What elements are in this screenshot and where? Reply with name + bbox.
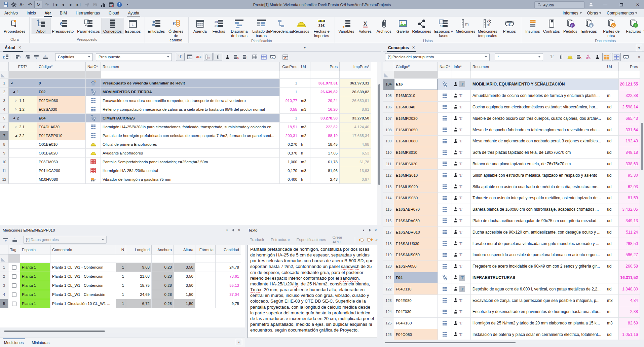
cell-info[interactable]: T	[452, 249, 471, 261]
cell-info[interactable]: T	[452, 329, 471, 340]
panel-menu-icon[interactable]: ▼	[636, 45, 642, 51]
cell-resumen[interactable]: Pantalla Semiprefabricada panel sandwich…	[101, 158, 280, 166]
cell[interactable]: 6,53	[340, 149, 371, 158]
cell-ud[interactable]: m	[605, 90, 619, 102]
cell-cantidad[interactable]: 55,13	[216, 281, 241, 290]
cell-ud[interactable]: m3	[605, 295, 619, 306]
toolbar-overflow-icon[interactable]: »	[375, 237, 380, 242]
cell-natc[interactable]	[438, 136, 452, 147]
tree-expanded-icon[interactable]: ◢	[13, 116, 17, 119]
cell-natc[interactable]	[438, 79, 452, 90]
cell-ud[interactable]: ud	[605, 193, 619, 204]
text-tool-especificaciones[interactable]: Especificaciones	[294, 237, 329, 242]
ribbon-button-variables[interactable]: Variables	[337, 18, 356, 34]
cell-natc[interactable]	[86, 158, 101, 166]
cell-info[interactable]: T	[452, 238, 471, 249]
menu-tab-inicio[interactable]: Inicio	[22, 9, 40, 17]
cell-resumen[interactable]: Pantalla de hormigón prefabricada con ce…	[101, 131, 280, 140]
cell-formula[interactable]	[195, 299, 216, 308]
text-tool-estructurar[interactable]: Estructurar	[268, 237, 293, 242]
cell-resumen[interactable]: Cocina equipada con electrodomésticos es…	[471, 102, 605, 113]
panel-dropdown-icon[interactable]: ▾	[224, 228, 230, 233]
delete-lines-button[interactable]: x	[575, 53, 583, 61]
cell-info[interactable]: T	[452, 136, 471, 147]
prices-calc-button[interactable]: €	[622, 53, 630, 61]
cell-edt[interactable]	[9, 166, 37, 175]
cell[interactable]: 1	[280, 114, 299, 123]
concepts-horizontal-scrollbar[interactable]	[383, 341, 640, 344]
cell-codigo[interactable]: F04D110	[394, 283, 438, 295]
cell-edt[interactable]: ▷2.1	[9, 123, 37, 131]
column-header-Anchura[interactable]: Anchura	[152, 245, 174, 254]
ribbon-button-facturas[interactable]: FFacturas	[624, 18, 643, 34]
pin-icon[interactable]	[367, 228, 373, 233]
column-header-Altura[interactable]: Altura	[174, 245, 195, 254]
report-icon[interactable]	[108, 1, 115, 8]
ribbon-button-entidades[interactable]: Entidades	[147, 18, 166, 34]
cell[interactable]: m3	[299, 123, 310, 131]
cell-natc[interactable]	[438, 193, 452, 204]
row-number[interactable]: 3	[0, 96, 9, 105]
text-editor[interactable]: Pantalla prefabricada de hormigón, const…	[248, 245, 377, 338]
cell-resumen[interactable]: MOVIMIENTOS DE TIERRA	[101, 88, 280, 96]
cell[interactable]: m2	[299, 131, 310, 140]
cell-cantidad[interactable]: 37,04	[216, 290, 241, 299]
cell-ud[interactable]: ud	[605, 124, 619, 136]
cell-codigo[interactable]: M10HV080	[37, 175, 86, 184]
close-tab-icon[interactable]: ✕	[412, 45, 415, 50]
tag-checkbox[interactable]	[12, 302, 16, 306]
cell-comentario[interactable]: Planta 1 CL_W1 - Contención	[50, 272, 116, 281]
cell-edt[interactable]: ◢2	[9, 114, 37, 123]
column-header-Comentario[interactable]: Comentario	[50, 245, 116, 254]
cell[interactable]: 13,93	[340, 166, 371, 175]
row-number[interactable]: 116	[383, 215, 394, 227]
cell[interactable]: 0,170	[280, 166, 299, 175]
ribbon-button-entregas[interactable]: EEntregas	[580, 18, 599, 34]
cell-resumen[interactable]: Fregadero de acero inoxidable de 90x49 c…	[471, 261, 605, 272]
column-header-Códigoᴷ[interactable]: Códigoᴷ	[37, 62, 86, 71]
cell-pres[interactable]: 322,38	[619, 90, 640, 102]
ribbon-button-recursos[interactable]: Recursos	[292, 18, 311, 34]
restore-button[interactable]	[617, 0, 626, 9]
cell-resumen[interactable]: Oficial de primera Encofradores	[101, 140, 280, 149]
cell-natc[interactable]	[86, 79, 101, 88]
select-all-corner[interactable]	[0, 71, 9, 79]
prices-list-icon[interactable]: €	[2, 53, 10, 61]
row-number[interactable]: 111	[383, 159, 394, 170]
cell-pres[interactable]: 82,69	[619, 318, 640, 329]
cell-cantidad[interactable]: 73,61	[216, 272, 241, 281]
ribbon-button-árbol[interactable]: Árbol	[32, 18, 50, 34]
cell-resumen[interactable]: MOBILIARIO, EQUIPAMIENTO Y SEÑALIZACIÓN	[471, 79, 605, 90]
cell-info[interactable]: T	[452, 147, 471, 159]
cell-formula[interactable]	[195, 281, 216, 290]
cell-codigo[interactable]: F04E080	[394, 295, 438, 306]
cell-longitud[interactable]: 6,72	[126, 299, 152, 308]
cell-natc[interactable]	[438, 318, 452, 329]
cell-ud[interactable]: ud	[605, 283, 619, 295]
cell-codigo[interactable]: E04ESPP010	[37, 131, 86, 140]
tree-collapsed-icon[interactable]: ▷	[15, 108, 19, 111]
ribbon-button-partes-de-obra[interactable]: OPartes de obra	[599, 18, 624, 39]
cell-edt[interactable]	[9, 149, 37, 158]
cell[interactable]: 200,31	[280, 131, 299, 140]
cell-info[interactable]: T	[452, 306, 471, 318]
row-number[interactable]: 125	[383, 318, 394, 329]
ribbon-button-mediciones-temporales[interactable]: mMediciones temporales	[475, 18, 500, 39]
ribbon-button-contratos[interactable]: Contratos	[542, 18, 561, 34]
row-number[interactable]: 8	[0, 140, 9, 149]
row-number[interactable]: 122	[383, 283, 394, 295]
filter-cell[interactable]	[86, 71, 101, 79]
cell-resumen[interactable]: Taburete con asiento integral y respaldo…	[471, 193, 605, 204]
column-header-EDT*[interactable]: EDT*	[9, 62, 37, 71]
filter-cell[interactable]	[605, 71, 619, 79]
filter-cell[interactable]	[299, 71, 310, 79]
cell-tag[interactable]	[8, 281, 20, 290]
select-all-corner[interactable]	[383, 71, 394, 79]
row-number[interactable]: 11	[0, 166, 9, 175]
menu-tab-cloud[interactable]: Cloud	[104, 9, 123, 17]
row-number[interactable]: 7	[0, 131, 9, 140]
cell-pres[interactable]: 95,30	[619, 170, 640, 181]
filter-cell[interactable]	[20, 254, 50, 263]
row-number[interactable]: 120	[383, 261, 394, 272]
cell-resumen[interactable]: CIMENTACIONES	[101, 114, 280, 123]
